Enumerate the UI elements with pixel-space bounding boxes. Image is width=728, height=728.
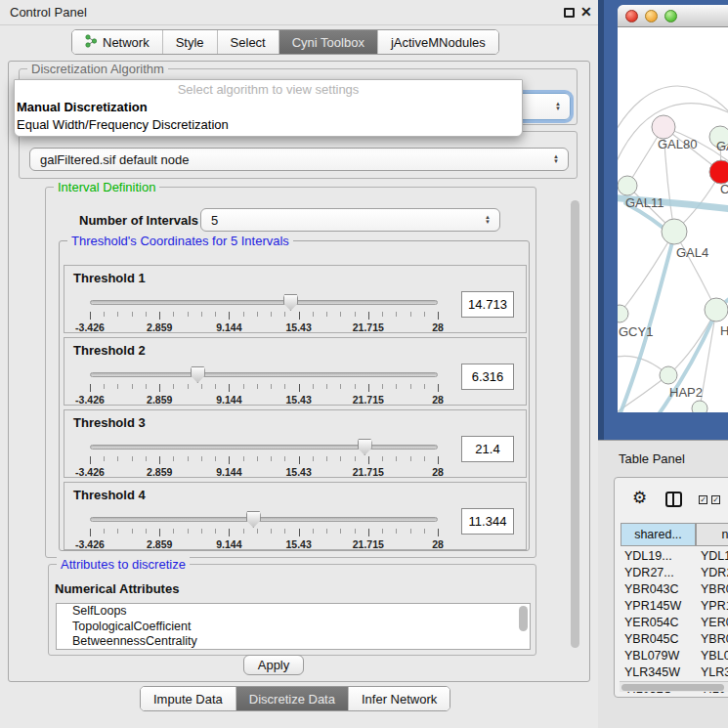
slider-tick-label: 21.715 <box>353 466 384 478</box>
network-node-GCY1[interactable] <box>618 305 628 322</box>
threshold-value-field[interactable]: 21.4 <box>461 436 514 462</box>
network-node-GAL11[interactable] <box>618 176 637 195</box>
table-settings-gear-icon[interactable]: ⚙ <box>632 488 647 508</box>
select-columns-checkbox-icon[interactable]: ✓ <box>711 495 720 504</box>
minimize-traffic-icon[interactable] <box>645 10 658 22</box>
network-node-label: C <box>720 182 728 196</box>
column-layout-icon[interactable] <box>665 492 682 507</box>
slider-thumb[interactable] <box>283 294 298 311</box>
threshold-slider[interactable]: -3.4262.8599.14415.4321.71528 <box>90 437 438 478</box>
cell-name: YBR0 <box>701 582 728 596</box>
tab-network[interactable]: Network <box>72 30 162 54</box>
slider-tick <box>382 529 383 534</box>
slider-tick <box>201 529 202 534</box>
slider-tick <box>382 456 383 461</box>
interval-definition-group: Interval Definition Number of Intervals … <box>45 187 536 558</box>
tab-infer-network[interactable]: Infer Network <box>348 687 450 710</box>
network-node-selected[interactable] <box>709 160 728 184</box>
attribute-list-item[interactable]: BetweennessCentrality <box>57 634 530 650</box>
pane-vertical-scrollbar[interactable] <box>568 189 582 677</box>
close-icon[interactable]: ✕ <box>580 4 592 20</box>
slider-tick-label: 28 <box>432 394 444 406</box>
number-of-intervals-label: Number of Intervals <box>79 213 198 228</box>
slider-tick <box>90 456 91 464</box>
algorithm-option-manual[interactable]: Manual Discretization <box>15 99 522 116</box>
column-header-name[interactable]: n <box>696 523 728 546</box>
slider-tick-label: 2.859 <box>147 321 172 333</box>
desktop-background-edge <box>598 0 604 440</box>
slider-thumb[interactable] <box>191 366 205 383</box>
apply-button[interactable]: Apply <box>243 655 304 675</box>
network-canvas[interactable]: GAL80GACGAL11GAL4GCY1HAHAP2 <box>618 27 728 412</box>
zoom-traffic-icon[interactable] <box>664 10 677 22</box>
column-header-shared-name[interactable]: shared... <box>621 523 696 546</box>
cell-name: YDL1 <box>701 549 728 563</box>
algorithm-option-equal-width[interactable]: Equal Width/Frequency Discretization <box>15 116 522 134</box>
threshold-block: Threshold 4-3.4262.8599.14415.4321.71528… <box>64 482 527 550</box>
float-window-icon[interactable] <box>564 8 575 18</box>
network-node-GAL80[interactable] <box>652 115 675 139</box>
slider-tick <box>243 529 244 534</box>
attribute-list-item[interactable]: SelfLoops <box>57 604 530 620</box>
network-node-HAP2[interactable] <box>660 366 677 384</box>
slider-tick-label: -3.426 <box>75 466 105 478</box>
slider-tick <box>326 529 327 534</box>
threshold-slider[interactable]: -3.4262.8599.14415.4321.71528 <box>90 364 438 406</box>
slider-tick <box>313 384 314 389</box>
slider-track <box>90 300 438 305</box>
slider-tick <box>424 529 425 534</box>
select-columns-checkbox-icon[interactable]: ✓ <box>699 495 707 504</box>
slider-tick <box>382 312 383 317</box>
threshold-block: Threshold 1-3.4262.8599.14415.4321.71528… <box>64 265 527 333</box>
attribute-list-item[interactable]: TopologicalCoefficient <box>57 620 530 635</box>
slider-tick <box>188 384 189 389</box>
tab-jactivemnodules[interactable]: jActiveMNodules <box>377 30 498 54</box>
network-node-label: HAP2 <box>669 385 703 400</box>
tab-style[interactable]: Style <box>162 30 217 54</box>
cell-shared-name: YBR045C <box>624 632 679 646</box>
threshold-value-field[interactable]: 6.316 <box>461 364 514 390</box>
interval-definition-title: Interval Definition <box>54 180 159 194</box>
slider-tick <box>117 384 118 389</box>
network-window-titlebar[interactable] <box>618 5 728 27</box>
slider-tick <box>410 529 411 534</box>
slider-tick <box>410 384 411 389</box>
network-view-window[interactable]: GAL80GACGAL11GAL4GCY1HAHAP2 <box>618 5 728 412</box>
threshold-slider[interactable]: -3.4262.8599.14415.4321.71528 <box>90 292 438 333</box>
attribute-list-scrollbar[interactable] <box>519 606 528 631</box>
cell-shared-name: YDR27... <box>624 566 674 579</box>
slider-tick <box>326 456 327 461</box>
network-node-label: GCY1 <box>619 324 653 339</box>
slider-tick-label: 15.43 <box>285 466 311 478</box>
cell-name: YER0 <box>701 616 728 629</box>
table-data-value: galFiltered.sif default node <box>40 152 189 167</box>
slider-tick <box>146 529 147 534</box>
threshold-value-field[interactable]: 14.713 <box>461 291 514 318</box>
numerical-attributes-list[interactable]: SelfLoopsTopologicalCoefficientBetweenne… <box>56 603 531 650</box>
slider-tick-label: 15.43 <box>285 321 311 333</box>
tab-discretize-data[interactable]: Discretize Data <box>236 687 348 710</box>
slider-tick <box>257 456 258 461</box>
threshold-label: Threshold 1 <box>73 271 146 285</box>
tab-select[interactable]: Select <box>217 30 278 54</box>
network-node-node[interactable] <box>692 401 707 412</box>
network-edge <box>674 232 716 310</box>
slider-tick-label: 28 <box>432 538 444 550</box>
tab-cyni-toolbox[interactable]: Cyni Toolbox <box>278 30 377 54</box>
network-node-H?[interactable] <box>705 298 728 321</box>
tab-impute-data[interactable]: Impute Data <box>141 687 236 710</box>
table-horizontal-scrollbar[interactable] <box>620 681 728 692</box>
slider-tick <box>229 384 230 392</box>
table-data-combobox[interactable]: galFiltered.sif default node ▲▼ <box>29 148 569 171</box>
close-traffic-icon[interactable] <box>625 10 638 22</box>
threshold-slider[interactable]: -3.4262.8599.14415.4321.71528 <box>90 509 438 550</box>
slider-tick-label: 15.43 <box>285 394 311 406</box>
slider-thumb[interactable] <box>246 511 261 528</box>
slider-tick <box>90 384 91 392</box>
threshold-value-field[interactable]: 11.344 <box>461 508 514 535</box>
number-of-intervals-combobox[interactable]: 5 ▲▼ <box>200 208 500 232</box>
slider-tick <box>284 384 285 389</box>
network-node-GAL4[interactable] <box>662 219 687 244</box>
slider-thumb[interactable] <box>358 439 372 455</box>
slider-tick <box>90 529 91 536</box>
